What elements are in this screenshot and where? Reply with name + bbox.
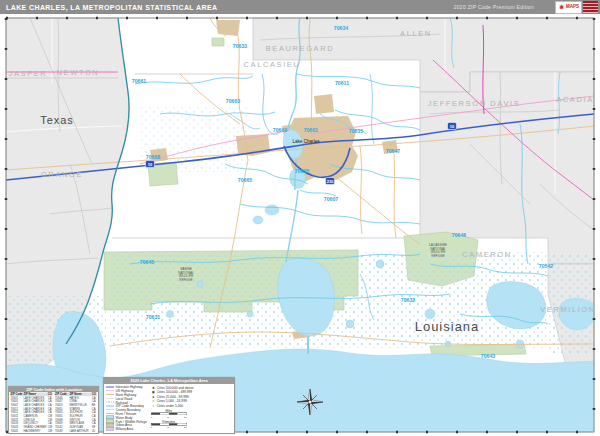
legend-city-label: Cities 500,000 and above <box>157 386 194 390</box>
county-label: ACADIA <box>556 95 594 104</box>
city-symbol-icon: ◉ <box>151 390 156 394</box>
county-label: CAMERON <box>462 250 512 259</box>
legend-right-column: ★Cities 500,000 and above◉Cities 100,000… <box>151 385 194 432</box>
zip-index-table: ZIP CodeZIP NameCO70601LAKE CHARLESCA706… <box>10 393 53 433</box>
zip-label: 70611 <box>335 80 349 86</box>
legend-body: Interstate HighwayUS HighwayState Highwa… <box>104 384 232 432</box>
state-label: Louisiana <box>415 319 480 334</box>
city-label: Lake Charles <box>292 139 320 144</box>
zip-index-body: ZIP CodeZIP NameCO70601LAKE CHARLESCA706… <box>9 392 98 433</box>
city-symbol-icon: ∘ <box>151 403 156 407</box>
legend-item-label: Military Area <box>116 427 134 431</box>
city-symbol-icon: ● <box>151 395 156 399</box>
green-north <box>212 38 224 46</box>
legend-city-label: Cities 5,000 - 24,999 <box>157 399 187 403</box>
interstate-shield-label: 210 <box>327 179 334 184</box>
county-label: JASPER <box>9 69 48 78</box>
zip-index-table: ZIP CodeZIP NameCO70646HAYESCA70647IOWAC… <box>55 393 98 433</box>
urban-moss-bluff <box>314 94 334 114</box>
scale-bar-km: Kilometers 0816 <box>151 420 194 429</box>
interstate-shield: 10 <box>448 123 457 130</box>
interstate-shield: 210 <box>326 178 335 185</box>
legend-city-class: ∘Cities under 5,000 <box>151 403 194 408</box>
zip-label: 70634 <box>334 25 349 31</box>
publisher-logo: ✷ MAPS <box>555 1 598 13</box>
legend-city-class: ★Cities 500,000 and above <box>151 385 194 390</box>
map-page: LAKE CHARLES, LA METROPOLITAN STATISTICA… <box>0 0 600 436</box>
moss-lake <box>265 205 279 215</box>
zip-index-title: ZIP Code Index with Location <box>9 387 98 392</box>
map-canvas: 1010210 SABINENATIONALWILDLIFEREFUGELACA… <box>0 14 600 436</box>
county-label: JEFFERSON DAVIS <box>428 99 521 108</box>
legend-city-label: Cities under 5,000 <box>157 404 183 408</box>
logo-mark: ✷ MAPS <box>555 1 582 14</box>
county-label: BEAUREGARD <box>266 44 335 53</box>
header-bar: LAKE CHARLES, LA METROPOLITAN STATISTICA… <box>0 0 600 14</box>
poi-label: SABINENATIONALWILDLIFEREFUGE <box>178 267 194 282</box>
city-labels: Lake Charles <box>292 139 320 144</box>
zip-label: 70645 <box>140 259 155 265</box>
logo-word: MAPS <box>566 5 579 10</box>
zip-index-row: 70645HACKBERRYCM <box>10 429 53 433</box>
legend-city-label: Cities 25,000 - 99,999 <box>157 395 189 399</box>
edition-label: 2020 ZIP Code Premium Edition <box>454 4 534 10</box>
legend-city-class: ◉Cities 100,000 - 499,999 <box>151 390 194 395</box>
zip-label: 70633 <box>233 43 248 49</box>
state-label: Texas <box>40 114 74 126</box>
zip-label: 70643 <box>481 353 496 359</box>
zip-index-row: 70549LAKE ARTHURJD <box>55 429 98 433</box>
county-label: VERMILION <box>540 305 596 314</box>
zip-label: 70542 <box>539 263 554 269</box>
page-title: LAKE CHARLES, LA METROPOLITAN STATISTICA… <box>0 4 217 11</box>
county-label: ALLEN <box>400 29 432 38</box>
logo-star-icon: ✷ <box>558 4 565 12</box>
urban-dequincy <box>216 20 240 36</box>
zip-label: 70615 <box>349 128 364 134</box>
zip-label: 70631 <box>146 314 161 320</box>
zip-label: 70647 <box>386 148 401 154</box>
legend-city-label: Cities 100,000 - 499,999 <box>157 390 192 394</box>
legend-title: 2020 Lake Charles, LA Metropolitan Area <box>104 378 234 383</box>
interstate-shield-label: 10 <box>450 124 455 129</box>
zip-label: 70605 <box>295 168 310 174</box>
legend-box: 2020 Lake Charles, LA Metropolitan Area … <box>103 377 235 434</box>
zip-label: 70646 <box>452 232 467 238</box>
zip-label: 70665 <box>238 177 253 183</box>
logo-red-block <box>583 1 598 13</box>
zip-index-box: ZIP Code Index with Location ZIP CodeZIP… <box>8 386 99 434</box>
interstate-shield-label: 10 <box>148 162 153 167</box>
county-label: CALCASIEU <box>244 60 301 69</box>
legend-city-classes: ★Cities 500,000 and above◉Cities 100,000… <box>151 385 194 408</box>
zip-label: 70607 <box>324 196 339 202</box>
zip-label: 70661 <box>132 78 147 84</box>
legend-items: Interstate HighwayUS HighwayState Highwa… <box>106 385 147 432</box>
legend-item: Military Area <box>106 427 147 431</box>
county-label: NEWTON <box>57 68 100 77</box>
zip-label: 70668 <box>146 154 161 160</box>
interstate-shield: 10 <box>146 161 155 168</box>
legend-city-class: ●Cities 25,000 - 99,999 <box>151 394 194 399</box>
compass-rose <box>296 388 324 416</box>
zip-label: 70669 <box>273 127 288 133</box>
zip-label: 70601 <box>304 127 319 133</box>
poi-label: LACASSINENATIONALWILDLIFEREFUGE <box>429 243 447 258</box>
zip-label: 70632 <box>401 297 416 303</box>
county-label: ORANGE <box>41 170 83 179</box>
scale-bar-miles: Miles 0510 <box>151 410 194 419</box>
legend-swatch-fill <box>106 427 114 430</box>
city-symbol-icon: ★ <box>151 385 156 389</box>
zip-label: 70663 <box>226 98 241 104</box>
city-symbol-icon: ○ <box>151 399 156 403</box>
